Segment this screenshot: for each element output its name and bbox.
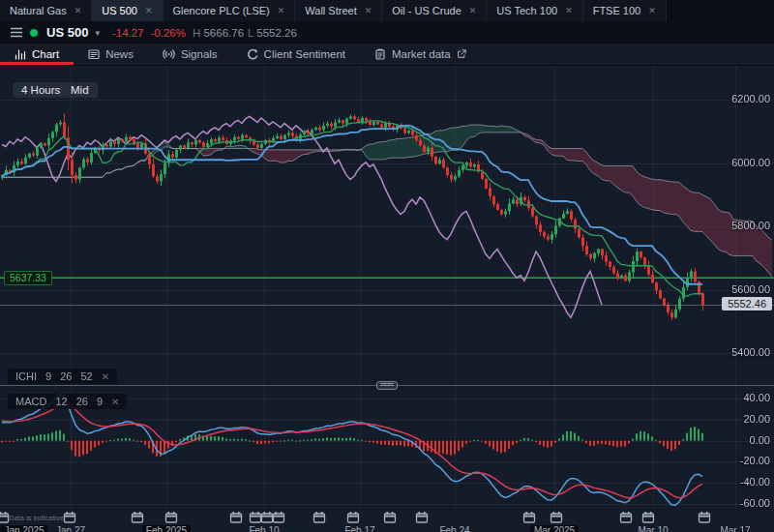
indicator-name: MACD: [15, 396, 46, 407]
price-change: -14.27: [112, 27, 144, 39]
tab-close-icon[interactable]: ✕: [74, 7, 82, 15]
tab-oil-us-crude[interactable]: Oil - US Crude✕: [382, 0, 487, 21]
calendar-event-icon[interactable]: [698, 510, 711, 522]
date-label-feb-24: Feb 24: [439, 525, 469, 532]
indicator-params: 9 26 52: [45, 370, 93, 382]
close-icon[interactable]: ✕: [102, 371, 109, 382]
sentiment-icon: [247, 48, 258, 60]
date-label-mar-2025: Mar 2025: [530, 525, 579, 532]
nav-label: Chart: [32, 48, 59, 60]
external-link-icon: [457, 49, 466, 59]
nav-label: Market data: [392, 48, 451, 60]
macd-tick-40: 40.00: [743, 392, 770, 403]
tab-label: Wall Street: [305, 5, 356, 16]
price-tick-6000: 6000.00: [731, 157, 770, 168]
high-prefix: H: [193, 27, 200, 39]
section-nav: ChartNewsSignalsClient SentimentMarket d…: [0, 44, 774, 66]
tab-close-icon[interactable]: ✕: [648, 7, 656, 15]
calendar-event-icon[interactable]: [415, 510, 429, 522]
tab-glencore-plc-lse[interactable]: Glencore PLC (LSE)✕: [164, 0, 296, 21]
nav-client-sentiment[interactable]: Client Sentiment: [232, 44, 360, 65]
day-low: L 5552.26: [248, 27, 297, 39]
tab-bar: Natural Gas✕US 500✕Glencore PLC (LSE)✕Wa…: [0, 0, 774, 21]
date-label-mar-10: Mar 10: [638, 525, 668, 532]
chevron-down-icon[interactable]: ▾: [95, 28, 100, 38]
calendar-event-icon[interactable]: [313, 510, 326, 522]
calendar-event-icon[interactable]: [619, 510, 633, 522]
signals-icon: [163, 48, 175, 60]
market-open-dot: [30, 29, 38, 37]
data-indicative-note: Data is indicative: [9, 514, 64, 522]
price-tick-5800: 5800.00: [731, 220, 770, 231]
calendar-event-icon[interactable]: [383, 510, 397, 522]
nav-label: News: [105, 48, 134, 60]
calendar-event-icon[interactable]: [229, 510, 243, 522]
date-label-jan-2025: Jan 2025: [0, 525, 47, 532]
market-data-icon: [374, 48, 386, 60]
price-alert-label[interactable]: 5637.33: [4, 271, 52, 285]
low-value: 5552.26: [256, 27, 297, 39]
macd-tick--40: -40.00: [740, 476, 770, 488]
tab-close-icon[interactable]: ✕: [469, 7, 477, 15]
news-icon: [88, 48, 100, 60]
price-mode-button[interactable]: Mid: [62, 82, 98, 98]
tab-label: Oil - US Crude: [392, 5, 461, 16]
date-label-feb-17: Feb 17: [344, 525, 374, 532]
price-change-percent: -0.26%: [151, 27, 186, 39]
calendar-event-icon[interactable]: [63, 510, 76, 522]
tab-close-icon[interactable]: ✕: [145, 7, 153, 15]
calendar-event-icon[interactable]: [0, 510, 10, 522]
panel-resize-handle[interactable]: [376, 381, 398, 390]
indicator-name: ICHI: [15, 370, 37, 382]
tab-close-icon[interactable]: ✕: [565, 7, 573, 15]
price-tick-5400: 5400.00: [731, 346, 770, 358]
menu-icon[interactable]: [10, 27, 23, 38]
nav-news[interactable]: News: [74, 44, 148, 65]
calendar-event-icon[interactable]: [131, 510, 144, 522]
calendar-event-icon[interactable]: [346, 510, 360, 522]
high-value: 5666.76: [203, 27, 244, 39]
tab-label: FTSE 100: [593, 5, 641, 16]
date-label-feb-10: Feb 10: [249, 525, 279, 532]
tab-natural-gas[interactable]: Natural Gas✕: [0, 0, 92, 21]
tab-us-tech-100[interactable]: US Tech 100✕: [487, 0, 582, 21]
tab-label: Natural Gas: [10, 5, 67, 16]
nav-market-data[interactable]: Market data: [360, 44, 481, 65]
tab-wall-street[interactable]: Wall Street✕: [295, 0, 382, 21]
calendar-event-icon[interactable]: [522, 510, 536, 522]
nav-chart[interactable]: Chart: [0, 44, 74, 65]
macd-tick-0: 0.00: [750, 434, 770, 446]
date-label-feb-2025: Feb 2025: [142, 525, 191, 532]
calendar-event-icon[interactable]: [550, 510, 563, 522]
tab-us-500[interactable]: US 500✕: [92, 0, 163, 21]
instrument-header: US 500 ▾ -14.27 -0.26% H 5666.76 L 5552.…: [0, 21, 774, 44]
date-label-mar-17: Mar 17: [720, 525, 750, 532]
tab-label: Glencore PLC (LSE): [173, 5, 270, 16]
indicator-params: 12 26 9: [55, 396, 103, 407]
price-tick-6200: 6200.00: [731, 93, 770, 104]
last-price-tag: 5552.46: [722, 297, 772, 310]
nav-label: Client Sentiment: [264, 48, 345, 60]
macd-tick-20: 20.00: [743, 413, 770, 425]
tab-close-icon[interactable]: ✕: [278, 7, 285, 15]
calendar-event-icon[interactable]: [641, 510, 655, 522]
low-prefix: L: [248, 27, 253, 39]
tab-ftse-100[interactable]: FTSE 100✕: [583, 0, 667, 21]
close-icon[interactable]: ✕: [111, 397, 119, 407]
tab-label: US 500: [102, 5, 137, 16]
price-tick-5600: 5600.00: [731, 283, 770, 295]
instrument-name[interactable]: US 500: [46, 25, 88, 40]
tab-close-icon[interactable]: ✕: [365, 7, 372, 15]
timeframe-button[interactable]: 4 Hours: [13, 82, 69, 98]
macd-tick--20: -20.00: [740, 455, 770, 466]
nav-label: Signals: [181, 48, 218, 60]
nav-signals[interactable]: Signals: [148, 44, 232, 65]
indicator-pill-macd[interactable]: MACD 12 26 9 ✕: [8, 394, 127, 409]
date-label-jan-27: Jan 27: [56, 525, 85, 532]
chart-icon: [15, 48, 26, 60]
day-high: H 5666.76: [193, 27, 244, 39]
price-chart-canvas[interactable]: [0, 66, 774, 385]
calendar-event-icon[interactable]: [272, 510, 285, 522]
indicator-pill-ichimoku[interactable]: ICHI 9 26 52 ✕: [8, 369, 117, 384]
calendar-event-icon[interactable]: [164, 510, 178, 522]
